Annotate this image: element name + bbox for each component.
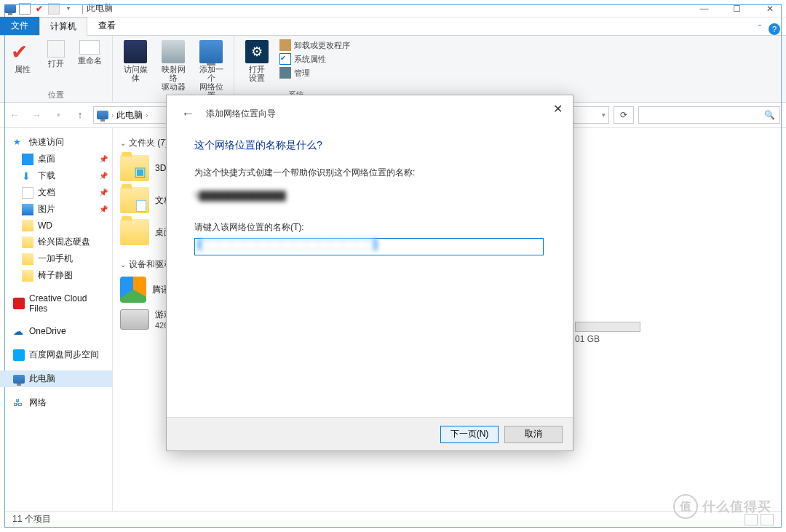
nav-network[interactable]: 🖧网络 — [0, 394, 112, 411]
watermark: 值 什么值得买 — [673, 494, 771, 519]
chevron-down-icon: ⌄ — [120, 261, 126, 269]
wizard-field-label: 请键入该网络位置的名称(T): — [194, 221, 545, 234]
nav-downloads[interactable]: ⬇下载📌 — [0, 167, 112, 184]
app-icon — [4, 4, 16, 13]
divider: | — [82, 4, 84, 14]
rename-button[interactable]: 重命名 — [73, 39, 106, 66]
cloud-icon: ☁ — [13, 325, 25, 337]
window-title: 此电脑 — [87, 2, 113, 15]
nav-up-button[interactable]: ↑ — [71, 106, 89, 124]
nav-back-button[interactable]: ← — [6, 106, 23, 124]
close-button[interactable]: ✕ — [753, 0, 786, 17]
qat-item[interactable] — [48, 3, 60, 15]
checkbox-icon: ✔ — [279, 53, 291, 65]
baidu-icon — [13, 349, 25, 361]
tab-view[interactable]: 查看 — [87, 17, 127, 35]
ribbon-group-network: 访问媒体 映射网络 驱动器 添加一个 网络位置 网络 — [113, 36, 234, 102]
star-icon: ★ — [13, 137, 25, 148]
nav-baidu[interactable]: 百度网盘同步空间 — [0, 346, 112, 363]
desktop-icon — [22, 154, 33, 165]
folder-icon — [22, 220, 33, 231]
document-icon — [22, 187, 33, 199]
network-drive-icon — [162, 40, 185, 63]
ribbon-collapse-icon[interactable]: ˆ — [758, 24, 761, 34]
properties-button[interactable]: ✔ 属性 — [6, 39, 39, 75]
tab-file[interactable]: 文件 — [0, 17, 39, 35]
wizard-footer: 下一页(N) 取消 — [167, 417, 573, 450]
wizard-next-button[interactable]: 下一页(N) — [440, 426, 499, 443]
qat-dropdown-icon[interactable]: ▾ — [63, 3, 74, 15]
search-input[interactable]: 🔍 — [638, 106, 780, 124]
tab-computer[interactable]: 计算机 — [39, 17, 87, 36]
creative-cloud-icon — [13, 298, 25, 309]
uninstall-button[interactable]: 卸载或更改程序 — [278, 39, 352, 52]
nav-creative-cloud[interactable]: Creative Cloud Files — [0, 291, 112, 316]
watermark-text: 什么值得买 — [702, 498, 771, 515]
group-label: 位置 — [6, 88, 106, 100]
chevron-right-icon[interactable]: › — [146, 111, 148, 119]
folder-icon — [22, 253, 33, 265]
wizard-body: 这个网络位置的名称是什么? 为这个快捷方式创建一个帮助你识别这个网络位置的名称:… — [167, 132, 573, 417]
manage-button[interactable]: 管理 — [278, 66, 352, 79]
refresh-button[interactable]: ⟳ — [614, 106, 634, 124]
search-icon: 🔍 — [764, 110, 775, 120]
nav-desktop[interactable]: 桌面📌 — [0, 151, 112, 167]
watermark-badge: 值 — [673, 494, 698, 519]
pin-icon: 📌 — [99, 172, 108, 180]
navigation-pane: ★快速访问 桌面📌 ⬇下载📌 文档📌 图片📌 WD 铨兴固态硬盘 一加手机 椅子… — [0, 128, 113, 521]
system-properties-button[interactable]: ✔系统属性 — [278, 52, 352, 65]
folder-icon — [120, 219, 149, 245]
nav-oneplus[interactable]: 一加手机 — [0, 250, 112, 267]
chevron-down-icon[interactable]: ▾ — [602, 111, 606, 119]
wizard-title: 添加网络位置向导 — [206, 108, 276, 120]
wizard-close-button[interactable]: ✕ — [547, 100, 568, 117]
access-media-button[interactable]: 访问媒体 — [119, 39, 152, 84]
chevron-right-icon[interactable]: › — [111, 111, 114, 119]
network-icon: 🖧 — [13, 397, 25, 409]
wizard-name-input[interactable]: ████████████████████████████ — [194, 238, 544, 255]
folder-icon — [22, 270, 33, 282]
rename-icon — [79, 40, 100, 55]
map-drive-button[interactable]: 映射网络 驱动器 — [156, 39, 190, 92]
ribbon-group-system: 打开 设置 卸载或更改程序 ✔系统属性 管理 系统 — [234, 36, 357, 102]
breadcrumb-segment[interactable]: 此电脑 — [116, 109, 143, 122]
nav-recent-button[interactable]: ▾ — [49, 106, 67, 124]
nav-forward-button[interactable]: → — [28, 106, 45, 124]
nav-quick-access[interactable]: ★快速访问 — [0, 134, 112, 151]
maximize-button[interactable]: ☐ — [720, 0, 753, 17]
folder-icon — [22, 237, 33, 248]
wizard-cancel-button[interactable]: 取消 — [504, 426, 563, 443]
qat-item[interactable] — [19, 3, 31, 15]
wizard-subtext: 为这个快捷方式创建一个帮助你识别这个网络位置的名称: — [194, 167, 545, 179]
help-icon[interactable]: ? — [769, 23, 780, 35]
nav-documents[interactable]: 文档📌 — [0, 184, 112, 201]
tencent-icon — [120, 277, 146, 303]
nav-onedrive[interactable]: ☁OneDrive — [0, 323, 112, 339]
wizard-back-button[interactable]: ← — [175, 103, 200, 124]
minimize-button[interactable]: — — [688, 0, 720, 17]
nav-quanxing[interactable]: 铨兴固态硬盘 — [0, 234, 112, 250]
titlebar: ✔ ▾ | 此电脑 — ☐ ✕ — [0, 0, 786, 17]
checkmark-icon: ✔ — [11, 40, 34, 63]
pin-icon: 📌 — [99, 188, 108, 196]
status-item-count: 11 个项目 — [12, 513, 51, 525]
folder-icon: ▣ — [120, 155, 149, 181]
open-settings-button[interactable]: 打开 设置 — [240, 39, 274, 84]
folder-icon — [120, 187, 149, 213]
media-server-icon — [124, 40, 147, 63]
status-bar: 11 个项目 — [5, 511, 781, 527]
add-network-location-button[interactable]: 添加一个 网络位置 — [194, 39, 228, 101]
qat-check-icon[interactable]: ✔ — [33, 3, 45, 15]
box-icon — [279, 39, 291, 51]
pictures-icon — [22, 204, 33, 215]
gear-icon — [245, 40, 269, 63]
open-icon — [47, 40, 65, 57]
nav-pictures[interactable]: 图片📌 — [0, 201, 112, 218]
download-icon: ⬇ — [22, 170, 33, 182]
open-button[interactable]: 打开 — [44, 39, 68, 69]
nav-wd[interactable]: WD — [0, 218, 112, 234]
nav-chair[interactable]: 椅子静图 — [0, 267, 112, 284]
pin-icon: 📌 — [99, 205, 108, 213]
monitor-icon — [199, 40, 223, 63]
nav-thispc[interactable]: 此电脑 — [0, 370, 112, 387]
